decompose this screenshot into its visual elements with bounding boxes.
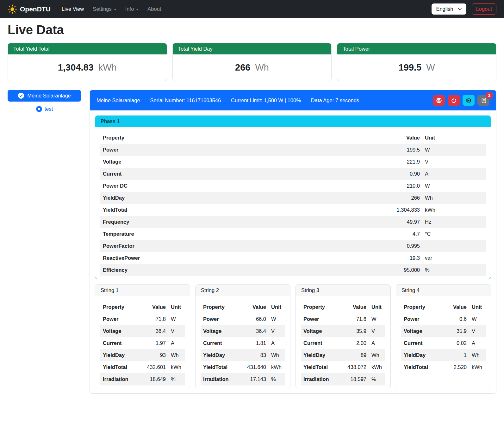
summary-card-title: Total Power [337,43,496,54]
table-row: Power71.6W [301,313,385,325]
limit-settings-button[interactable] [433,95,445,106]
value-cell: 66.0 [240,313,269,325]
phase-card-title: Phase 1 [95,116,491,127]
nav-item-about[interactable]: About [143,3,165,15]
string-table: Property Value Unit Power71.8WVoltage36.… [100,301,185,385]
string-table: Property Value Unit Power66.0WVoltage36.… [201,301,285,385]
value-cell: 1.81 [240,337,269,349]
device-info-button[interactable] [463,95,475,106]
value-cell: 438.072 [340,361,369,373]
table-row: Voltage36.4V [201,325,285,337]
property-cell: Irradiation [201,373,240,385]
live-data-section: Meine Solaranlage test Meine Solaranlage… [8,90,496,394]
property-cell: Voltage [401,325,440,337]
inverter-card: Meine Solaranlage Serial Number: 1161716… [90,90,496,394]
string-card: String 4 Property Value Unit [396,284,491,388]
value-cell: 210.0 [381,180,422,192]
unit-cell: A [369,337,385,349]
string-table: Property Value Unit Power71.6WVoltage35.… [301,301,385,385]
summary-card: Total Power 199.5 W [337,43,496,81]
string-table-body: Power66.0WVoltage36.4VCurrent1.81AYieldD… [201,313,285,385]
property-cell: YieldTotal [201,361,240,373]
value-cell: 0.90 [381,168,422,180]
nav-item-live-view[interactable]: Live View [58,3,88,15]
inverter-limit: Current Limit: 1,500 W | 100% [231,97,301,103]
property-cell: Power [401,313,440,325]
nav-item-info[interactable]: Info [121,3,143,15]
table-row: Current1.97A [100,337,185,349]
unit-cell: W [469,313,486,325]
value-cell: 0.02 [440,337,469,349]
value-cell: 2.520 [440,361,469,373]
string-card-body: Property Value Unit Power66.0WVoltage36.… [196,296,290,388]
summary-card-unit: W [424,62,435,72]
unit-cell: kWh [369,361,385,373]
table-header-row: Property Value Unit [201,301,285,313]
property-cell: Current [301,337,340,349]
table-row: YieldTotal1,304.833kWh [100,204,486,216]
unit-cell: °C [422,228,486,240]
property-cell: YieldDay [100,349,139,361]
table-row: Power199.5W [100,144,486,156]
value-cell: 2.00 [340,337,369,349]
string-card-body: Property Value Unit Power71.8WVoltage36.… [95,296,190,388]
phase-card: Phase 1 Property Value Unit Power199.5WV… [95,115,491,279]
column-header-unit: Unit [469,301,486,313]
property-cell: Power [301,313,340,325]
table-row: YieldTotal2.520kWh [401,361,486,373]
summary-cards: Total Yield Total 1,304.83 kWh Total Yie… [8,43,496,81]
language-select[interactable]: English [432,3,466,15]
nav-item-settings[interactable]: Settings [89,3,121,15]
table-row: YieldTotal432.601kWh [100,361,185,373]
property-cell: YieldDay [301,349,340,361]
sidebar-item-test-inverter[interactable]: test [8,106,81,112]
table-row: Current2.00A [301,337,385,349]
brand-link[interactable]: OpenDTU [8,4,51,14]
unit-cell: var [422,252,486,264]
property-cell: ReactivePower [100,252,381,264]
column-header-property: Property [100,132,381,144]
sidebar-item-selected-inverter[interactable]: Meine Solaranlage [8,90,81,102]
unit-cell: % [369,373,385,385]
unit-cell: kWh [422,204,486,216]
column-header-property: Property [301,301,340,313]
unit-cell [422,240,486,252]
string-table: Property Value Unit Power0.6WVoltage35.9… [401,301,486,373]
value-cell: 199.5 [381,144,422,156]
table-row: Irradiation18.597% [301,373,385,385]
column-header-unit: Unit [369,301,385,313]
table-header-row: Property Value Unit [401,301,486,313]
table-row: PowerFactor0.995 [100,240,486,252]
table-row: YieldDay89Wh [301,349,385,361]
property-cell: Current [100,337,139,349]
value-cell: 432.601 [139,361,168,373]
inverter-data-age: Data Age: 7 seconds [311,97,359,103]
unit-cell: Wh [168,349,185,361]
property-cell: YieldTotal [301,361,340,373]
unit-cell: % [269,373,285,385]
unit-cell: V [469,325,486,337]
page-title: Live Data [8,23,496,37]
unit-cell: W [269,313,285,325]
logout-button[interactable]: Logout [472,3,496,15]
summary-card-unit: kWh [96,62,117,72]
table-row: YieldDay266Wh [100,192,486,204]
value-cell: 35.9 [340,325,369,337]
value-cell: 1 [440,349,469,361]
property-cell: YieldTotal [401,361,440,373]
value-cell: 19.3 [381,252,422,264]
inverter-name: Meine Solaranlage [96,97,140,103]
power-toggle-button[interactable] [448,95,460,106]
property-cell: YieldDay [100,192,381,204]
event-log-button[interactable]: 2 [477,95,489,106]
string-card-body: Property Value Unit Power71.6WVoltage35.… [296,296,390,388]
table-row: YieldTotal438.072kWh [301,361,385,373]
value-cell: 431.640 [240,361,269,373]
phase-table: Property Value Unit Power199.5WVoltage22… [100,132,486,276]
property-cell: Voltage [100,325,139,337]
property-cell: Voltage [201,325,240,337]
table-row: Power DC210.0W [100,180,486,192]
table-row: YieldDay93Wh [100,349,185,361]
value-cell: 71.6 [340,313,369,325]
unit-cell: kWh [269,361,285,373]
